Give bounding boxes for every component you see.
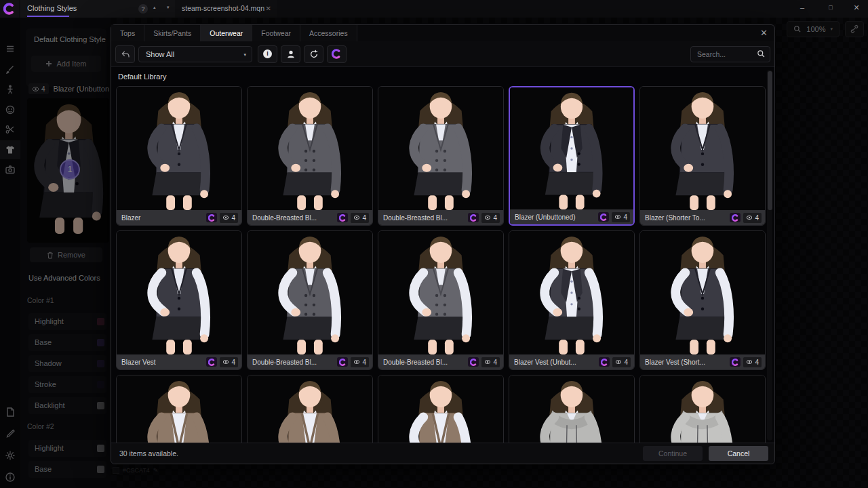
item-label-strip: Double-Breasted Bl...4 xyxy=(378,354,503,369)
app-tab-label: Clothing Styles xyxy=(27,0,77,17)
category-tabs: TopsSkirts/PantsOuterwearFootwearAccesso… xyxy=(111,25,774,41)
minimize-button[interactable]: – xyxy=(792,0,812,16)
views-chip: 4 xyxy=(220,357,238,367)
mannequin-library-button[interactable] xyxy=(327,45,347,63)
item-thumbnail xyxy=(117,375,241,443)
item-card[interactable]: Blazer (Shorter To...4 xyxy=(639,86,766,226)
cancel-button[interactable]: Cancel xyxy=(709,446,768,461)
views-count: 4 xyxy=(493,359,497,366)
library-content: Default Library Blazer4Double-Breasted B… xyxy=(111,67,774,443)
app-tab-clothing-styles[interactable]: Clothing Styles xyxy=(20,0,183,18)
document-tab-label: steam-screenshot-04.mqn xyxy=(182,0,264,17)
tab-accessories[interactable]: Accessories xyxy=(300,25,357,41)
scrollbar-track[interactable] xyxy=(767,70,772,441)
item-label-strip: Blazer4 xyxy=(117,210,241,225)
item-label-strip: Double-Breasted Bl...4 xyxy=(248,354,372,369)
item-card-selected[interactable]: Blazer (Unbuttoned)4 xyxy=(509,86,635,226)
item-card[interactable]: Double-Breasted Bl...4 xyxy=(378,86,504,226)
item-label-strip: Blazer Vest4 xyxy=(117,354,241,369)
item-thumbnail xyxy=(117,87,241,210)
views-count: 4 xyxy=(493,214,497,222)
item-thumbnail xyxy=(248,87,372,210)
views-count: 4 xyxy=(231,214,235,222)
views-chip: 4 xyxy=(220,213,238,223)
active-tab-underline xyxy=(27,16,69,17)
character-button[interactable] xyxy=(281,45,300,63)
item-card[interactable]: 4 xyxy=(509,375,635,443)
item-name: Double-Breasted Bl... xyxy=(378,359,468,366)
document-tab[interactable]: steam-screenshot-04.mqn ✕ xyxy=(175,0,277,18)
item-card[interactable]: Blazer Vest (Short...4 xyxy=(639,230,766,370)
eye-icon xyxy=(353,214,360,221)
item-card[interactable]: Blazer Vest (Unbut...4 xyxy=(509,230,635,370)
app-logo-icon xyxy=(0,0,19,18)
dialog-close-icon[interactable]: ✕ xyxy=(760,28,768,38)
section-title: Default Library xyxy=(118,73,167,81)
eye-icon xyxy=(614,214,621,220)
refresh-icon xyxy=(309,49,319,59)
tab-tops[interactable]: Tops xyxy=(111,25,144,41)
views-count: 4 xyxy=(755,214,759,222)
eye-icon xyxy=(484,359,491,365)
filter-value: Show All xyxy=(146,50,174,58)
mannequin-logo-icon xyxy=(332,49,342,59)
item-label-strip: Double-Breasted Bl...4 xyxy=(378,210,503,225)
caret-up-icon[interactable]: ▴ xyxy=(153,5,156,10)
scrollbar-thumb[interactable] xyxy=(768,71,772,210)
views-count: 4 xyxy=(623,214,627,221)
mannequin-badge-icon xyxy=(730,213,741,222)
item-card[interactable]: Double-Breasted Bl...4 xyxy=(378,230,504,370)
mannequin-badge-icon xyxy=(599,357,610,367)
mannequin-badge-icon xyxy=(206,357,217,367)
views-count: 4 xyxy=(362,214,366,222)
views-chip: 4 xyxy=(612,357,631,367)
document-tab-close-icon[interactable]: ✕ xyxy=(266,0,271,17)
filter-dropdown[interactable]: Show All ▾ xyxy=(138,46,252,62)
views-count: 4 xyxy=(755,359,759,366)
item-card[interactable]: 4 xyxy=(639,375,766,443)
item-name: Blazer (Shorter To... xyxy=(640,214,730,222)
eye-icon xyxy=(353,359,360,365)
search-input[interactable]: Search... xyxy=(690,46,770,62)
continue-button[interactable]: Continue xyxy=(643,446,703,461)
outerwear-library-dialog: TopsSkirts/PantsOuterwearFootwearAccesso… xyxy=(111,24,775,464)
item-label-strip: Blazer (Unbuttoned)4 xyxy=(510,209,633,224)
item-card[interactable]: 4 xyxy=(116,375,242,443)
item-card[interactable]: 4 xyxy=(247,375,373,443)
help-icon[interactable]: ? xyxy=(138,4,148,14)
tab-skirts-pants[interactable]: Skirts/Pants xyxy=(144,25,201,41)
item-name: Blazer Vest xyxy=(117,359,206,366)
status-text: 30 items available. xyxy=(119,449,178,458)
undo-button[interactable] xyxy=(115,45,135,63)
tab-footwear[interactable]: Footwear xyxy=(252,25,300,41)
item-card[interactable]: Blazer4 xyxy=(116,86,242,226)
caret-down-icon[interactable]: ▾ xyxy=(167,5,170,10)
item-card[interactable]: 4 xyxy=(378,375,504,443)
mannequin-badge-icon xyxy=(337,357,348,367)
views-chip: 4 xyxy=(743,357,762,367)
eye-icon xyxy=(222,359,229,365)
item-thumbnail xyxy=(640,231,765,354)
item-thumbnail xyxy=(640,375,765,443)
close-window-button[interactable]: ✕ xyxy=(846,0,867,16)
views-count: 4 xyxy=(624,359,628,366)
maximize-button[interactable]: □ xyxy=(821,0,841,16)
item-card[interactable]: Blazer Vest4 xyxy=(116,230,242,370)
library-toolbar: Show All ▾ i Search... xyxy=(111,41,774,67)
item-card[interactable]: Double-Breasted Bl...4 xyxy=(247,230,373,370)
item-thumbnail xyxy=(248,375,372,443)
item-name: Blazer Vest (Short... xyxy=(640,359,730,366)
item-grid: Blazer4Double-Breasted Bl...4Double-Brea… xyxy=(116,86,766,443)
info-button[interactable]: i xyxy=(258,45,277,63)
item-name: Double-Breasted Bl... xyxy=(248,359,337,366)
item-thumbnail xyxy=(378,87,503,210)
refresh-button[interactable] xyxy=(304,45,323,63)
item-label-strip: Blazer (Shorter To...4 xyxy=(640,210,765,225)
item-label-strip: Blazer Vest (Short...4 xyxy=(640,354,765,369)
search-placeholder: Search... xyxy=(697,50,726,58)
item-card[interactable]: Double-Breasted Bl...4 xyxy=(247,86,373,226)
info-icon: i xyxy=(263,49,272,58)
item-name: Blazer (Unbuttoned) xyxy=(510,214,598,221)
item-thumbnail xyxy=(378,375,503,443)
tab-outerwear[interactable]: Outerwear xyxy=(201,25,252,41)
